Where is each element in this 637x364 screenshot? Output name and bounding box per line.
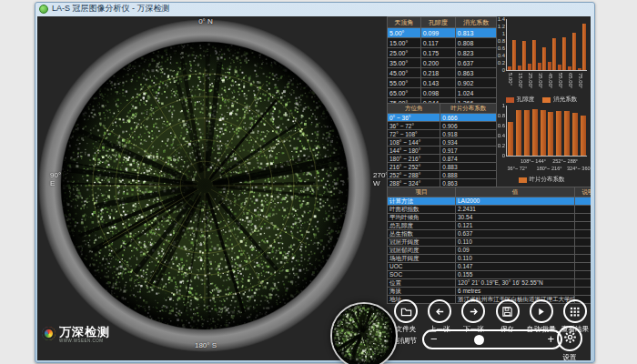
arrow-right-icon <box>468 306 480 318</box>
table-row[interactable]: 0° ~ 36°0.666 <box>388 114 497 122</box>
table-cell: 0.200 <box>420 58 455 68</box>
table-row[interactable]: 252° ~ 288°0.888 <box>388 171 497 179</box>
table-cell: 0.934 <box>440 138 497 147</box>
bar <box>532 40 536 70</box>
table-row[interactable]: 144° ~ 180°0.917 <box>388 147 497 155</box>
legend-swatch <box>542 97 551 103</box>
table-cell: 120° 21' 0.19"E, 30° 16' 52.55"N <box>456 279 575 288</box>
column-header: 叶片分布系数 <box>440 104 497 114</box>
table-cell: 144° ~ 180° <box>388 147 440 155</box>
settings-button[interactable]: 设置 <box>556 326 583 360</box>
table-row[interactable]: 5.00°0.0990.813 <box>388 28 497 38</box>
table-row[interactable]: 72° ~ 108°0.918 <box>388 130 497 138</box>
bar-group <box>578 19 586 70</box>
result-table: 项目值说明计算方法LAI2000叶面积指数2.2431平均叶倾角30.54总孔隙… <box>387 187 591 304</box>
table-cell: 0.666 <box>440 114 497 122</box>
column-header: 消光系数 <box>455 17 496 28</box>
bar-group <box>548 106 553 156</box>
play-icon <box>535 306 547 318</box>
table-row[interactable]: 海拔6 metres <box>388 288 592 296</box>
table-cell: 0.175 <box>420 48 455 58</box>
table-row[interactable]: 冠层开阔度0.110 <box>388 238 592 247</box>
table-row[interactable]: 35.00°0.2000.637 <box>388 58 497 68</box>
bar <box>572 33 576 70</box>
segmentation-slider[interactable]: − + <box>422 329 562 349</box>
bar <box>578 68 581 70</box>
bar <box>548 112 553 156</box>
legend-swatch <box>506 97 514 103</box>
legend-item: 孔隙度 <box>506 96 535 104</box>
arrow-left-icon <box>434 306 446 318</box>
bar-group <box>538 19 546 70</box>
x-axis-tick-label: 324°~ 360° <box>567 166 591 171</box>
table-cell: 36° ~ 72° <box>388 122 440 130</box>
bar <box>548 62 551 70</box>
thumbnail-preview[interactable] <box>330 302 398 364</box>
folder-icon <box>400 306 412 318</box>
bar <box>508 66 511 70</box>
table-row[interactable]: 平均叶倾角30.54 <box>388 214 592 222</box>
table-cell: 45.00° <box>388 68 421 78</box>
table-cell: 0.098 <box>420 88 455 98</box>
y-axis-tick-label: 0.8 <box>492 38 505 44</box>
x-axis-tick-label: 45.00° <box>548 73 553 88</box>
fisheye-ring <box>38 19 371 352</box>
table-cell <box>575 255 592 263</box>
bar <box>542 47 546 70</box>
table-row[interactable]: 65.00°0.0981.024 <box>388 88 497 98</box>
x-axis-tick-label: 25.00° <box>528 73 533 88</box>
table-row[interactable]: 叶面积指数2.2431 <box>388 206 592 214</box>
table-row[interactable]: UOC0.147 <box>388 263 592 271</box>
column-header: 天顶角 <box>388 17 421 28</box>
table-cell <box>575 247 592 255</box>
compass-south-label: 180° S <box>187 341 225 349</box>
y-axis-tick-label: 0.4 <box>492 53 505 58</box>
column-header: 项目 <box>388 187 456 197</box>
slider-plus-button[interactable]: + <box>547 332 554 347</box>
table-row[interactable]: 36° ~ 72°0.906 <box>388 122 497 130</box>
table-row[interactable]: 45.00°0.2180.863 <box>388 68 497 78</box>
table-cell: 丛生指数 <box>388 230 456 238</box>
bar <box>564 111 570 156</box>
table-cell: 0.155 <box>456 271 575 279</box>
slider-minus-button[interactable]: − <box>430 332 438 347</box>
table-row[interactable]: 场地开阔度0.110 <box>388 255 592 263</box>
table-cell: UOC <box>388 263 456 271</box>
titlebar[interactable]: LA-S 冠层图像分析仪 - 万深检测 <box>35 3 594 15</box>
table-cell: 计算方法 <box>388 197 456 206</box>
y-axis-tick-label: 1 <box>492 31 505 36</box>
y-axis-tick-label: 0.2 <box>492 143 505 148</box>
table-cell: 0.883 <box>440 163 497 171</box>
y-axis-tick-label: 1 <box>492 103 505 108</box>
table-cell <box>575 271 592 279</box>
legend-label: 叶片分布系数 <box>530 176 565 184</box>
bar <box>558 65 561 70</box>
column-header: 值 <box>456 187 575 197</box>
table-row[interactable]: SOC0.155 <box>388 271 592 279</box>
table-header-row: 方位角叶片分布系数 <box>388 104 497 114</box>
table-cell <box>575 238 592 247</box>
table-row[interactable]: 216° ~ 252°0.883 <box>388 163 497 171</box>
x-axis-labels: 36°~ 72°180°~ 216°324°~ 360° <box>506 166 586 173</box>
x-axis-tick-label: 75.00° <box>578 73 583 88</box>
table-row[interactable]: 108° ~ 144°0.934 <box>388 138 497 147</box>
table-row[interactable]: 冠层郁闭度0.09 <box>388 247 592 255</box>
table-row[interactable]: 丛生指数0.637 <box>388 230 592 238</box>
table-cell: 15.00° <box>388 38 421 48</box>
table-row[interactable]: 位置120° 21' 0.19"E, 30° 16' 52.55"N <box>388 279 592 288</box>
table-header-row: 项目值说明 <box>388 187 592 197</box>
x-axis-labels: 108°~ 144°252°~ 288° <box>506 158 586 166</box>
slider-knob[interactable] <box>474 335 484 345</box>
table-cell: 位置 <box>388 279 456 288</box>
table-row[interactable]: 55.00°0.1430.902 <box>388 78 497 88</box>
bar <box>552 38 556 70</box>
table-row[interactable]: 计算方法LAI2000 <box>388 197 592 206</box>
table-cell: 0.808 <box>455 38 496 48</box>
table-row[interactable]: 总孔隙度0.121 <box>388 222 592 230</box>
table-row[interactable]: 25.00°0.1750.823 <box>388 48 497 58</box>
table-row[interactable]: 180° ~ 216°0.874 <box>388 155 497 163</box>
table-row[interactable]: 15.00°0.1170.808 <box>388 38 497 48</box>
y-axis-tick-label: 0.8 <box>492 113 505 118</box>
y-axis-tick-label: 1.2 <box>492 24 505 29</box>
bar-group <box>508 106 513 156</box>
